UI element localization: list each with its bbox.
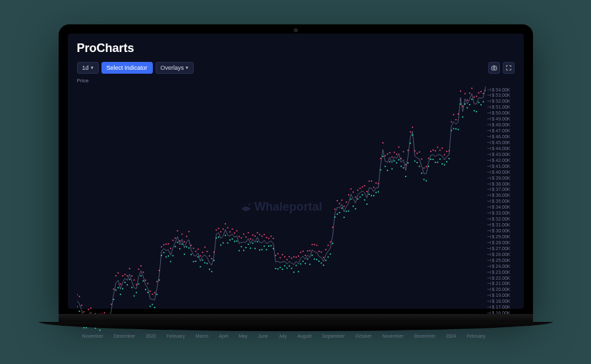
svg-rect-107 [195, 250, 196, 251]
svg-rect-129 [220, 231, 221, 232]
svg-rect-338 [457, 128, 459, 130]
svg-rect-152 [245, 247, 246, 248]
svg-rect-117 [206, 251, 208, 252]
svg-rect-110 [197, 256, 198, 257]
svg-rect-78 [161, 255, 162, 256]
svg-rect-219 [323, 257, 324, 258]
svg-rect-218 [320, 262, 322, 263]
svg-rect-63 [145, 279, 146, 280]
svg-rect-288 [400, 165, 401, 167]
svg-rect-74 [156, 294, 157, 295]
svg-rect-283 [396, 153, 397, 155]
svg-rect-193 [293, 256, 295, 257]
svg-rect-269 [380, 157, 381, 159]
svg-rect-116 [204, 262, 206, 263]
svg-rect-295 [409, 131, 410, 132]
svg-rect-227 [332, 226, 333, 228]
svg-rect-248 [354, 208, 356, 209]
y-tick: ⊣ $ 27.00K [487, 246, 515, 251]
svg-rect-137 [229, 231, 231, 232]
overlays-dropdown[interactable]: Overlays ▾ [155, 62, 194, 74]
svg-rect-360 [482, 101, 484, 102]
chart-area[interactable]: Whaleportal ⊣ $ 54.00K⊣ $ 53.00K⊣ $ 52.0… [77, 85, 515, 332]
svg-rect-184 [281, 269, 283, 270]
x-tick: September [322, 334, 345, 338]
svg-rect-176 [273, 247, 274, 249]
svg-rect-104 [190, 253, 192, 255]
svg-rect-185 [284, 256, 285, 257]
x-tick: 2023 [146, 334, 156, 338]
svg-rect-195 [295, 256, 296, 257]
svg-rect-264 [373, 195, 374, 196]
svg-rect-127 [217, 228, 219, 229]
svg-rect-49 [128, 268, 130, 269]
laptop-screen: ProCharts 1d ▾ Select Indicator Overlays… [59, 24, 533, 314]
y-tick: ⊣ $ 37.00K [487, 187, 515, 192]
x-tick: November [382, 334, 403, 338]
fullscreen-button[interactable] [503, 62, 515, 74]
svg-rect-249 [357, 190, 358, 191]
svg-rect-303 [418, 151, 420, 153]
screenshot-button[interactable] [488, 62, 500, 74]
x-tick: August [297, 334, 312, 338]
svg-rect-245 [352, 191, 354, 192]
chart-plot[interactable]: Whaleportal [77, 85, 486, 332]
svg-rect-190 [289, 265, 290, 267]
svg-rect-207 [309, 250, 310, 251]
svg-rect-169 [266, 236, 267, 238]
y-tick: ⊣ $ 17.00K [487, 305, 515, 309]
svg-rect-151 [245, 236, 246, 238]
svg-rect-72 [154, 307, 155, 308]
svg-rect-61 [142, 271, 144, 273]
y-tick: ⊣ $ 36.00K [487, 193, 515, 197]
svg-rect-108 [195, 260, 196, 261]
svg-rect-235 [341, 199, 342, 201]
y-tick: ⊣ $ 22.00K [487, 276, 515, 280]
svg-rect-147 [240, 237, 242, 238]
svg-rect-273 [384, 155, 385, 156]
svg-rect-226 [329, 253, 331, 255]
camera-icon [491, 65, 497, 71]
svg-rect-65 [147, 282, 148, 284]
svg-rect-290 [403, 167, 404, 169]
svg-rect-228 [332, 242, 333, 244]
svg-rect-179 [277, 253, 278, 254]
svg-rect-279 [391, 156, 393, 157]
svg-rect-358 [480, 104, 482, 105]
svg-rect-44 [122, 288, 123, 289]
select-indicator-button[interactable]: Select Indicator [101, 62, 153, 74]
y-tick: ⊣ $ 49.00K [487, 117, 515, 121]
svg-rect-131 [222, 228, 223, 230]
svg-rect-48 [127, 284, 128, 285]
svg-rect-181 [279, 257, 281, 258]
svg-rect-148 [240, 246, 242, 247]
svg-rect-171 [268, 238, 269, 239]
svg-rect-321 [439, 149, 440, 151]
y-tick: ⊣ $ 29.00K [487, 234, 515, 239]
svg-rect-7 [81, 304, 82, 305]
svg-rect-59 [140, 265, 142, 266]
svg-rect-24 [99, 329, 100, 330]
svg-rect-203 [304, 255, 306, 256]
svg-rect-115 [204, 246, 206, 247]
svg-rect-80 [163, 251, 164, 253]
svg-rect-356 [478, 101, 479, 103]
svg-rect-91 [177, 230, 178, 231]
svg-rect-271 [382, 142, 383, 143]
toolbar: 1d ▾ Select Indicator Overlays ▾ [77, 62, 515, 74]
svg-rect-225 [329, 241, 331, 242]
y-tick: ⊣ $ 44.00K [487, 146, 515, 151]
svg-rect-263 [373, 186, 374, 188]
chevron-down-icon: ▾ [91, 65, 94, 70]
svg-rect-52 [131, 286, 132, 288]
svg-rect-306 [421, 172, 422, 174]
timeframe-dropdown[interactable]: 1d ▾ [77, 62, 99, 74]
svg-rect-232 [336, 213, 337, 215]
svg-rect-172 [268, 246, 269, 247]
svg-rect-9 [83, 311, 84, 312]
x-tick: December [114, 334, 135, 338]
y-tick: ⊣ $ 34.00K [487, 205, 515, 209]
toolbar-left: 1d ▾ Select Indicator Overlays ▾ [77, 62, 194, 74]
svg-rect-132 [222, 242, 223, 244]
svg-rect-96 [181, 243, 183, 244]
